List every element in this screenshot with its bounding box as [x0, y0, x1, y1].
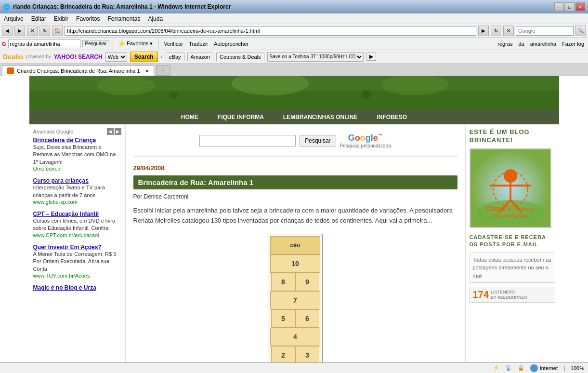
asb-conheca: e conheça: [508, 206, 535, 213]
ads-label: Anúncios Google: [33, 129, 74, 134]
search-button[interactable]: Search: [130, 52, 158, 62]
home-button[interactable]: 🏠: [52, 26, 63, 36]
nav-infobeso[interactable]: INFOBESO: [377, 114, 407, 120]
pesquisar-button[interactable]: Pesquisar: [300, 135, 336, 147]
toolbar-da[interactable]: da: [516, 40, 526, 47]
tab-active[interactable]: Criando Crianças: Brincadeira de Rua: Am…: [2, 66, 154, 76]
menu-ferramentas[interactable]: Ferramentas: [105, 14, 142, 23]
tab-close[interactable]: ✕: [145, 68, 149, 74]
globe-icon: [530, 364, 538, 372]
cadastre-desc: Todas estas pessoas recebem as postagens…: [473, 257, 551, 279]
header-image: [29, 76, 559, 110]
ad-prev-button[interactable]: ◀: [107, 128, 114, 135]
amarelinha-row-10: 10: [270, 254, 320, 273]
powered-by: powered by: [26, 54, 51, 59]
cell-9: 9: [295, 273, 319, 291]
main-content: Pesquisar Google™ Pesquisa personalizada…: [126, 124, 465, 373]
nav-fique-informa[interactable]: FIQUE INFORMA: [218, 114, 264, 120]
stop2-button[interactable]: ✕: [503, 26, 514, 36]
maximize-button[interactable]: □: [565, 2, 575, 11]
cadastre-box: Todas estas pessoas recebem as postagens…: [470, 253, 555, 283]
menu-favoritos[interactable]: Favoritos: [74, 14, 102, 23]
separator1: •: [161, 54, 163, 60]
cell-3: 3: [295, 346, 319, 364]
status-icon3: 🔒: [518, 365, 524, 371]
toolbar-autopreencher[interactable]: Autopreencher: [212, 40, 250, 47]
status-icon2: 📡: [505, 365, 512, 371]
window-title: riando Crianças: Brincadeira de Rua: Ama…: [13, 3, 551, 10]
toolbar-regras[interactable]: regras: [496, 40, 514, 47]
amarelinha-grid: céu 10 8 9 7: [268, 234, 323, 373]
address-bar: ◀ ▶ ✕ ↻ 🏠 ▶ ↻ ✕ 🔍: [0, 24, 588, 38]
ad-title-1[interactable]: Brincadeira de Criança: [33, 137, 121, 144]
amarelinha-row-4: 4: [270, 328, 320, 346]
ad-title-5[interactable]: Magic é no Blog e Urza: [33, 284, 121, 291]
save-go-button[interactable]: ▶: [366, 53, 376, 61]
toolbar-favorites[interactable]: ⭐ Favoritos ▾: [117, 40, 155, 47]
nav-lembrancinhas[interactable]: LEMBRANCINHAS ONLINE: [283, 114, 358, 120]
save-dropdown[interactable]: Save on a Toshiba 37'' 1080p/60Hz LCD: [267, 52, 364, 62]
search-dropdown[interactable]: Web: [105, 52, 127, 62]
svg-point-6: [362, 90, 371, 99]
pesquisar-toolbar-button[interactable]: Pesquisar: [82, 40, 109, 47]
ad-url-4: www.TOV.com.br/Acoes: [33, 273, 121, 279]
title-bar: 🌐 riando Crianças: Brincadeira de Rua: A…: [0, 0, 588, 13]
page-wrapper: HOME FIQUE INFORMA LEMBRANCINHAS ONLINE …: [29, 76, 559, 373]
go-button[interactable]: ▶: [478, 26, 489, 36]
fb-listeners-label: listeners: [491, 290, 527, 295]
close-button[interactable]: ✕: [575, 2, 585, 11]
amarelinha-row-23: 2 3: [270, 346, 320, 364]
pesquisa-personalizada: Pesquisa personalizada: [340, 143, 391, 148]
cell-7: 7: [270, 291, 320, 309]
refresh2-button[interactable]: ↻: [491, 26, 501, 36]
amazon-button[interactable]: Amazon: [187, 53, 213, 61]
ad-desc-4: A Menor Taxa de Corretagem: R$ 5 Por Ord…: [33, 251, 121, 273]
back-button[interactable]: ◀: [2, 26, 13, 36]
ie-search-button[interactable]: 🔍: [575, 26, 586, 36]
zoom-indicator: 100%: [571, 365, 584, 371]
status-icon1: ⚡: [493, 365, 499, 371]
ceu-cell: céu: [270, 236, 320, 254]
toolbar-verificar[interactable]: Verificar: [162, 40, 185, 47]
nav-home[interactable]: HOME: [181, 114, 198, 120]
forward-button[interactable]: ▶: [14, 26, 25, 36]
ad-title-3[interactable]: CPT – Educação Infantil: [33, 211, 121, 217]
toolbar-fazer-log[interactable]: Fazer log: [560, 40, 586, 47]
ie-search-input[interactable]: [516, 26, 574, 36]
coupons-button[interactable]: Coupons & Deals: [216, 53, 264, 61]
menu-exibir[interactable]: Exibir: [52, 14, 70, 23]
minimize-button[interactable]: ─: [554, 2, 564, 11]
ad-url-1: Omo.com.br: [33, 166, 121, 172]
ad-desc-1: Suja, Deixe elas Brincarem e Remova as M…: [33, 144, 121, 166]
toolbar2: G Pesquisar ⭐ Favoritos ▾ Verificar Trad…: [0, 38, 588, 50]
ad-url-2: www.globe-sp.com: [33, 199, 121, 205]
google-search-input[interactable]: [8, 40, 80, 48]
ad-next-button[interactable]: ▶: [115, 128, 121, 135]
yahoo-text: YAHOO! SEARCH: [54, 53, 103, 60]
stop-button[interactable]: ✕: [27, 26, 38, 36]
feedburner-box: 174 listeners BY FEEDBURNER: [470, 287, 555, 303]
ebay-button[interactable]: eBay: [166, 53, 184, 61]
right-sidebar: ESTE É UM BLOG BRINCANTE!: [465, 124, 559, 373]
amarelinha-container: céu 10 8 9 7: [133, 234, 457, 373]
yahoo-logo: YAHOO! SEARCH: [54, 53, 103, 60]
ad-title-2[interactable]: Curso para crianças: [33, 177, 121, 184]
menu-editar[interactable]: Editar: [29, 14, 48, 23]
new-tab-button[interactable]: +: [156, 65, 170, 76]
left-sidebar: Anúncios Google ◀ ▶ Brincadeira de Crian…: [29, 124, 126, 373]
ad-title-4[interactable]: Quer Investir Em Ações?: [33, 244, 121, 251]
menu-arquivo[interactable]: Arquivo: [2, 14, 26, 23]
refresh-button[interactable]: ↻: [39, 26, 50, 36]
blog-search-input[interactable]: [199, 135, 296, 147]
ads-header: Anúncios Google ◀ ▶: [33, 128, 121, 135]
fb-feedburner-label: BY FEEDBURNER: [491, 295, 527, 300]
cell-4: 4: [270, 328, 320, 346]
aqui-se-brinca-image[interactable]: Clique e conheça essa iniciativa.: [470, 148, 551, 228]
dealio-logo: Dealio: [3, 53, 23, 61]
toolbar-amarelinha[interactable]: amarelinha: [528, 40, 558, 47]
menu-ajuda[interactable]: Ajuda: [146, 14, 165, 23]
address-input[interactable]: [65, 26, 476, 36]
toolbar-traduzir[interactable]: Traduzir: [187, 40, 210, 47]
asb-iniciativa: essa iniciativa.: [491, 213, 529, 219]
ad-item-1: Brincadeira de Criança Suja, Deixe elas …: [33, 137, 121, 172]
